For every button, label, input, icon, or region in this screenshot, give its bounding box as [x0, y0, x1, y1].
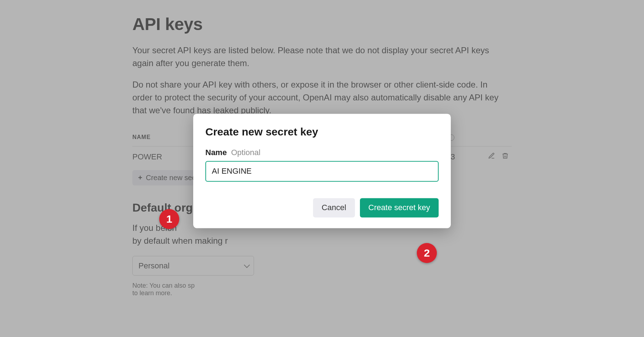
callout-2: 2	[417, 243, 437, 263]
key-name-input[interactable]	[205, 161, 439, 182]
create-secret-key-button[interactable]: Create secret key	[360, 198, 439, 217]
callout-1: 1	[159, 209, 179, 229]
name-field-optional: Optional	[231, 148, 260, 157]
cancel-button[interactable]: Cancel	[313, 198, 355, 217]
name-field-label: Name	[205, 148, 227, 157]
modal-title: Create new secret key	[205, 126, 439, 138]
create-key-modal: Create new secret key Name Optional Canc…	[193, 114, 451, 228]
